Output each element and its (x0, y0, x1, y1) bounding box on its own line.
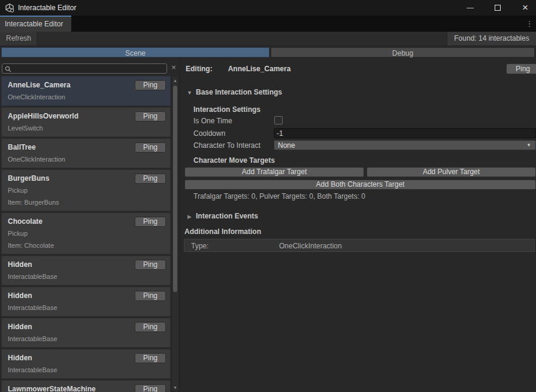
additional-information-header: Additional Information (184, 227, 261, 236)
list-item-type: InteractableBase (8, 303, 164, 312)
list-item-detail: Item: Chocolate (8, 241, 164, 250)
list-item-type: Pickup (8, 186, 164, 195)
editing-value: AnneLise_Camera (228, 65, 291, 73)
close-button[interactable]: × (515, 0, 535, 16)
list-item-name: Hidden (8, 291, 132, 300)
character-to-interact-label: Character To Interact (193, 141, 261, 150)
ping-button[interactable]: Ping (135, 384, 166, 392)
tab-scene[interactable]: Scene (1, 47, 269, 57)
ping-button[interactable]: Ping (135, 80, 166, 90)
list-item-detail: Item: BurgerBuns (8, 197, 164, 207)
character-to-interact-dropdown[interactable]: None ▼ (274, 140, 536, 150)
found-count-label: Found: 14 interactables (447, 32, 536, 45)
list-item[interactable]: HiddenPingInteractableBase (1, 318, 171, 348)
scroll-up-icon[interactable]: ▲ (172, 78, 178, 83)
type-info-row: Type: OneClickInteraction (184, 239, 535, 252)
list-item-name: Hidden (8, 353, 132, 363)
unity-cube-icon (5, 3, 14, 13)
is-one-time-label: Is One Time (193, 117, 232, 125)
search-field[interactable] (2, 63, 167, 74)
foldout-open-icon[interactable]: ▼ (187, 90, 192, 96)
scrollbar-thumb[interactable] (173, 86, 177, 292)
add-pulver-target-button[interactable]: Add Pulver Target (367, 167, 536, 177)
tab-debug[interactable]: Debug (271, 47, 535, 57)
list-item-name: LawnmowerStateMachine (8, 384, 132, 392)
scroll-down-icon[interactable]: ▼ (172, 385, 178, 390)
list-item-type: OneClickInteraction (8, 92, 164, 102)
list-item[interactable]: HiddenPingInteractableBase (1, 349, 171, 379)
list-item[interactable]: HiddenPingInteractableBase (1, 287, 171, 317)
list-item[interactable]: ChocolatePingPickupItem: Chocolate (1, 212, 171, 254)
list-item-type: InteractableBase (8, 365, 164, 375)
interactable-editor-window: Interactable Editor — × Interactable Edi… (0, 0, 536, 392)
list-item-name: Hidden (8, 260, 132, 269)
panel-separator (180, 58, 180, 392)
list-item-name: AnneLise_Camera (8, 80, 132, 90)
titlebar: Interactable Editor — × (0, 0, 536, 16)
list-item-name: BurgerBuns (8, 174, 132, 183)
chevron-down-icon: ▼ (526, 142, 531, 148)
list-item[interactable]: AnneLise_CameraPingOneClickInteraction (1, 76, 171, 106)
list-item[interactable]: BallTreePingOneClickInteraction (1, 138, 171, 168)
type-label: Type: (191, 242, 208, 250)
maximize-icon (495, 5, 501, 11)
list-item-name: BallTree (8, 142, 132, 152)
search-icon (5, 66, 11, 72)
ping-button[interactable]: Ping (135, 217, 166, 227)
ping-button[interactable]: Ping (135, 353, 166, 363)
search-input[interactable] (13, 65, 165, 72)
is-one-time-checkbox[interactable] (274, 116, 283, 124)
editor-tab-strip: Interactable Editor ⋮ (0, 16, 536, 32)
interactable-list: AnneLise_CameraPingOneClickInteractionAp… (1, 76, 171, 392)
minimize-button[interactable]: — (460, 0, 480, 16)
interaction-events-foldout[interactable]: Interaction Events (196, 212, 258, 220)
list-item-name: Hidden (8, 322, 132, 332)
ping-button[interactable]: Ping (135, 322, 166, 332)
list-scrollbar[interactable]: ▲ ▼ (171, 76, 179, 392)
refresh-button[interactable]: Refresh (0, 32, 37, 45)
cooldown-field[interactable]: -1 (274, 128, 536, 138)
list-item[interactable]: BurgerBunsPingPickupItem: BurgerBuns (1, 169, 171, 211)
interaction-settings-header: Interaction Settings (193, 105, 261, 114)
add-trafalgar-target-button[interactable]: Add Trafalgar Target (184, 167, 364, 177)
ping-button[interactable]: Ping (135, 111, 166, 121)
list-item-type: OneClickInteraction (8, 154, 164, 164)
list-item-type: LevelSwitch (8, 123, 164, 133)
targets-summary: Trafalgar Targets: 0, Pulver Targets: 0,… (193, 192, 365, 200)
list-item[interactable]: HiddenPingInteractableBase (1, 256, 171, 285)
toolbar: Refresh Found: 14 interactables (0, 32, 536, 46)
list-item-type: InteractableBase (8, 334, 164, 344)
view-tab-bar: Scene Debug (0, 46, 536, 58)
kebab-menu-icon[interactable]: ⋮ (525, 19, 534, 28)
ping-button[interactable]: Ping (135, 260, 166, 270)
maximize-button[interactable] (487, 0, 508, 16)
editing-row: Editing:AnneLise_Camera (186, 65, 290, 73)
list-item-type: Pickup (8, 229, 164, 238)
base-interaction-settings-foldout[interactable]: Base Interaction Settings (196, 88, 282, 96)
foldout-closed-icon[interactable]: ▶ (187, 214, 192, 220)
ping-button[interactable]: Ping (135, 142, 166, 153)
ping-button[interactable]: Ping (135, 291, 166, 301)
window-title: Interactable Editor (18, 4, 76, 12)
list-item-name: Chocolate (8, 217, 132, 226)
tab-interactable-editor[interactable]: Interactable Editor (0, 16, 71, 32)
editor-ping-button[interactable]: Ping (506, 63, 536, 74)
ping-button[interactable]: Ping (135, 174, 166, 184)
list-item[interactable]: LawnmowerStateMachinePingOneClickInterac… (1, 380, 171, 392)
list-item[interactable]: AppleHillsOverworldPingLevelSwitch (1, 107, 171, 137)
editing-label: Editing: (186, 65, 213, 73)
cooldown-label: Cooldown (193, 129, 225, 138)
list-item-name: AppleHillsOverworld (8, 111, 132, 121)
dropdown-value: None (278, 141, 295, 150)
search-clear-button[interactable]: × (169, 63, 178, 74)
type-value: OneClickInteraction (279, 242, 342, 250)
character-move-targets-header: Character Move Targets (193, 156, 275, 165)
add-both-characters-target-button[interactable]: Add Both Characters Target (184, 180, 536, 190)
list-item-type: InteractableBase (8, 272, 164, 281)
